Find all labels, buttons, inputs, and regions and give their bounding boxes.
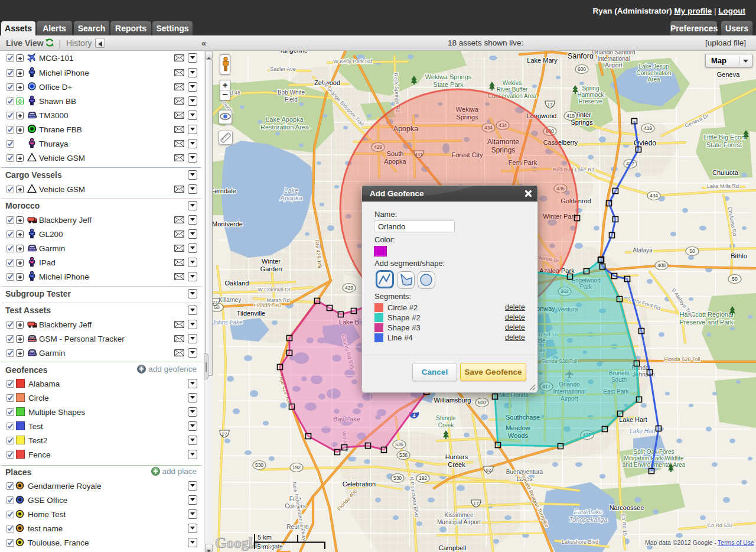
svg-text:192: 192 — [292, 465, 301, 470]
svg-text:Garden: Garden — [260, 265, 282, 272]
svg-text:Lake Mary: Lake Mary — [527, 57, 558, 64]
svg-text:Ferndale: Ferndale — [213, 187, 236, 194]
svg-text:Tohopekaliga: Tohopekaliga — [569, 516, 607, 523]
svg-text:17: 17 — [548, 102, 553, 108]
svg-text:Tildenville: Tildenville — [237, 310, 266, 317]
svg-text:Oakland: Oakland — [225, 280, 249, 287]
svg-text:Winter: Winter — [262, 258, 281, 265]
svg-text:Lake Apopka: Lake Apopka — [266, 116, 304, 123]
svg-text:530: 530 — [255, 462, 263, 468]
svg-text:Williamsburg: Williamsburg — [434, 397, 471, 404]
svg-text:Sanford: Sanford — [568, 52, 594, 60]
svg-text:Co Rd 532: Co Rd 532 — [707, 522, 732, 528]
svg-text:W Colonial Dr: W Colonial Dr — [258, 287, 291, 293]
svg-text:Creek: Creek — [448, 461, 465, 468]
svg-text:408: 408 — [657, 262, 666, 268]
svg-text:530: 530 — [393, 475, 402, 481]
svg-text:Little Big Econ: Little Big Econ — [703, 134, 745, 141]
svg-text:Lake Jesup: Lake Jesup — [638, 63, 669, 70]
svg-text:Apopka: Apopka — [279, 194, 302, 202]
svg-text:Marsh Rd: Marsh Rd — [266, 297, 289, 303]
svg-text:Wekiva: Wekiva — [503, 80, 522, 86]
svg-text:Alafaya: Alafaya — [633, 247, 653, 254]
svg-text:Google: Google — [215, 535, 259, 551]
svg-text:50: 50 — [732, 276, 738, 282]
svg-text:State Forest: State Forest — [706, 141, 742, 148]
svg-text:600: 600 — [578, 66, 586, 72]
svg-text:Tangerine: Tangerine — [279, 51, 308, 54]
svg-text:92: 92 — [486, 467, 491, 473]
svg-text:Hunters: Hunters — [445, 453, 468, 460]
svg-text:Creek: Creek — [438, 422, 455, 428]
svg-text:Spring: Spring — [582, 85, 599, 92]
svg-text:Geneva: Geneva — [717, 71, 740, 78]
svg-text:Restoration Area: Restoration Area — [260, 124, 309, 131]
svg-text:and Environmental Area: and Environmental Area — [623, 462, 686, 468]
svg-text:Municipal Airport: Municipal Airport — [437, 519, 481, 525]
svg-text:Celebration: Celebration — [343, 480, 376, 488]
svg-text:East Lake: East Lake — [574, 508, 603, 515]
svg-text:Bithlo: Bithlo — [731, 252, 747, 259]
svg-text:Kissimmee: Kissimmee — [445, 512, 474, 518]
svg-text:Terms of Use: Terms of Use — [718, 539, 754, 546]
svg-text:Orlando Sanford: Orlando Sanford — [592, 51, 635, 56]
svg-text:Field: Field — [285, 96, 298, 103]
svg-text:Narcoossee: Narcoossee — [610, 504, 644, 511]
svg-text:Preserve and Park: Preserve and Park — [679, 319, 734, 326]
svg-text:W Kelly Park Rd: W Kelly Park Rd — [333, 59, 372, 64]
svg-text:5 km: 5 km — [258, 534, 272, 541]
svg-text:536: 536 — [399, 452, 408, 458]
svg-text:River Buffer: River Buffer — [497, 86, 528, 93]
svg-text:4: 4 — [413, 413, 416, 418]
svg-text:Area: Area — [647, 76, 660, 83]
svg-text:Preserve: Preserve — [579, 98, 602, 105]
svg-text:Montverde: Montverde — [213, 220, 243, 228]
svg-text:434: 434 — [650, 193, 658, 199]
svg-text:Airport: Airport — [605, 62, 623, 69]
svg-text:State Park: State Park — [433, 81, 464, 88]
svg-text:429: 429 — [345, 285, 353, 291]
svg-text:Florida's Tu: Florida's Tu — [254, 303, 281, 309]
svg-text:Conservation: Conservation — [637, 70, 672, 76]
svg-text:Lakeshore Blvd: Lakeshore Blvd — [562, 539, 598, 545]
svg-text:Sadler Ave: Sadler Ave — [270, 66, 295, 72]
svg-text:Bob White: Bob White — [278, 89, 305, 96]
svg-text:Wekiwa Springs: Wekiwa Springs — [425, 73, 472, 80]
svg-text:17: 17 — [474, 501, 479, 506]
svg-text:Johns Lake: Johns Lake — [213, 319, 243, 326]
svg-text:50: 50 — [689, 248, 695, 254]
svg-text:Lake Hart: Lake Hart — [619, 416, 647, 423]
svg-text:Map data ©2012 Google -: Map data ©2012 Google - — [645, 539, 716, 546]
svg-text:419: 419 — [644, 125, 652, 131]
svg-text:Campbell: Campbell — [439, 544, 466, 551]
svg-text:Killarney: Killarney — [219, 297, 241, 303]
svg-text:600: 600 — [478, 400, 486, 405]
svg-text:Florida 528 Toll: Florida 528 Toll — [664, 356, 700, 362]
svg-text:Shingle: Shingle — [436, 415, 456, 421]
svg-text:Lake Mills Rd: Lake Mills Rd — [707, 183, 739, 189]
svg-text:535: 535 — [395, 441, 403, 447]
svg-text:5 mi: 5 mi — [258, 543, 270, 550]
svg-text:Lake: Lake — [284, 187, 298, 194]
svg-text:419: 419 — [566, 113, 575, 119]
svg-text:192: 192 — [419, 475, 427, 481]
svg-text:27: 27 — [213, 300, 218, 305]
svg-text:27: 27 — [222, 431, 227, 437]
svg-text:International: International — [597, 56, 630, 62]
svg-text:Chuluota: Chuluota — [712, 169, 739, 176]
svg-text:Lake Hart: Lake Hart — [630, 428, 656, 434]
svg-text:Hammock: Hammock — [577, 92, 604, 98]
